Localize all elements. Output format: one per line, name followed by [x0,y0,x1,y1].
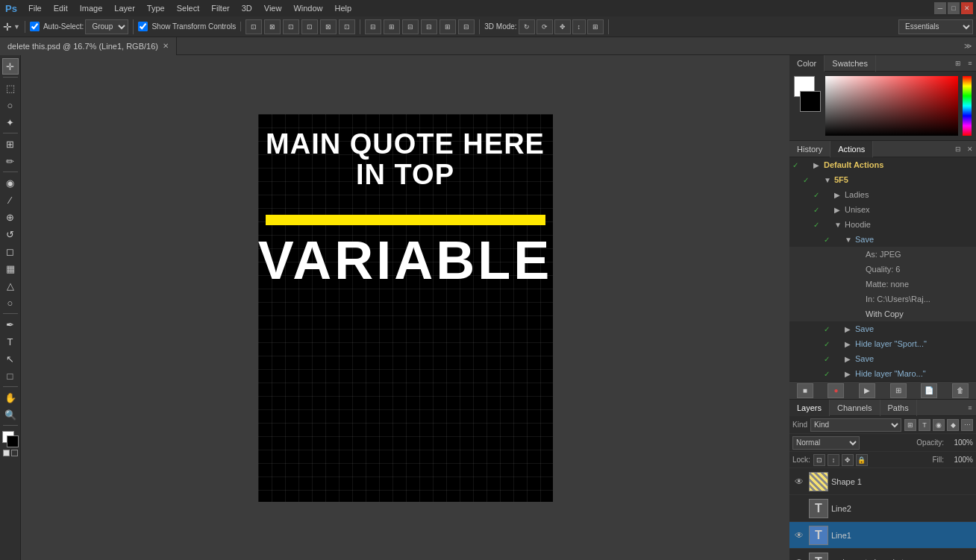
tab-panel-collapse[interactable]: ≫ [960,42,976,50]
action-expand[interactable]: ▶ [845,340,855,348]
dist-mid[interactable]: ⊞ [439,19,456,34]
dodge-tool[interactable]: ○ [2,295,19,311]
maximize-button[interactable]: □ [948,2,960,14]
clone-tool[interactable]: ⊕ [2,209,19,225]
rectangular-marquee-tool[interactable]: ⬚ [2,80,19,96]
lock-artboard-icon[interactable]: ✥ [842,454,854,466]
hand-tool[interactable]: ✋ [2,389,19,406]
action-expand[interactable]: ▶ [834,206,845,214]
background-color[interactable] [7,435,19,447]
eraser-tool[interactable]: ◻ [2,243,19,259]
layer-row-line2[interactable]: 👁 T Line2 [789,495,976,522]
blur-tool[interactable]: △ [2,277,19,294]
3d-scale[interactable]: ⊞ [587,19,604,34]
eyedropper-tool[interactable]: ✏ [2,153,19,169]
brush-tool[interactable]: ∕ [2,192,19,208]
action-expand[interactable]: ▶ [845,355,855,363]
gradient-tool[interactable]: ▦ [2,260,19,277]
3d-rotate[interactable]: ↻ [519,19,535,34]
hue-bar[interactable] [963,76,972,136]
new-set-button[interactable]: ⊞ [890,383,907,398]
stop-button[interactable]: ■ [797,383,813,398]
screen-mode-icon[interactable] [11,450,18,456]
action-row-hide-sport[interactable]: ✓ ▶ Hide layer "Sport..." [789,336,976,351]
align-top[interactable]: ⊡ [301,19,318,34]
tab-close-button[interactable]: ✕ [163,42,169,50]
color-gradient-picker[interactable] [825,76,958,136]
magic-wand-tool[interactable]: ✦ [2,114,19,130]
lock-position-icon[interactable]: ↕ [828,454,839,466]
tab-paths[interactable]: Paths [880,400,917,416]
align-left[interactable]: ⊡ [245,19,262,34]
action-row-save2[interactable]: ✓ ▶ Save [789,321,976,336]
align-bottom[interactable]: ⊡ [339,19,355,34]
layer-visibility-shape1[interactable]: 👁 [792,475,806,488]
layer-row-shape1[interactable]: 👁 Shape 1 [789,468,976,495]
action-row-hide-maro[interactable]: ✓ ▶ Hide layer "Maro..." [789,366,976,381]
history-brush-tool[interactable]: ↺ [2,226,19,242]
layers-panel-menu[interactable]: ≡ [964,400,976,416]
dist-top[interactable]: ⊟ [421,19,437,34]
essentials-dropdown[interactable]: Essentials [898,19,973,34]
menu-filter[interactable]: Filter [205,2,235,14]
layer-row-line1[interactable]: 👁 T Line1 [789,522,976,549]
action-expand[interactable]: ▼ [834,221,845,229]
show-transform-checkbox[interactable] [138,22,148,31]
auto-select-checkbox[interactable] [30,22,40,31]
spot-heal-tool[interactable]: ◉ [2,174,19,191]
align-right[interactable]: ⊡ [283,19,299,34]
menu-window[interactable]: Window [287,2,328,14]
action-expand[interactable]: ▶ [813,161,824,169]
menu-edit[interactable]: Edit [48,2,74,14]
filter-smart-icon[interactable]: ◆ [947,419,959,431]
auto-select-dropdown[interactable]: Group Layer [85,19,128,34]
align-center-v[interactable]: ⊠ [320,19,337,34]
dist-left[interactable]: ⊟ [365,19,381,34]
bg-color-square[interactable] [800,91,821,112]
action-expand[interactable]: ▼ [824,176,834,184]
action-row-hoodie[interactable]: ✓ ▼ Hoodie [789,217,976,232]
3d-pan[interactable]: ✥ [554,19,571,34]
menu-help[interactable]: Help [329,2,358,14]
path-select-tool[interactable]: ↖ [2,350,19,367]
dist-right[interactable]: ⊟ [402,19,419,34]
pen-tool[interactable]: ✒ [2,316,19,333]
new-action-button[interactable]: 📄 [921,383,937,398]
lock-all-icon[interactable]: 🔒 [856,454,868,466]
filter-text-icon[interactable]: T [919,419,930,431]
zoom-tool[interactable]: 🔍 [2,406,19,423]
shape-tool[interactable]: □ [2,368,19,384]
action-row-5f5[interactable]: ✓ ▼ 5F5 [789,172,976,187]
tab-swatches[interactable]: Swatches [825,55,876,72]
action-expand[interactable]: ▶ [845,370,855,378]
action-row-unisex[interactable]: ✓ ▶ Unisex [789,202,976,217]
blend-mode-dropdown[interactable]: Normal [792,436,860,450]
collapse-color-panel[interactable]: ⊞ [952,55,964,72]
color-panel-menu[interactable]: ≡ [964,55,976,72]
action-row-save3[interactable]: ✓ ▶ Save [789,351,976,366]
menu-view[interactable]: View [258,2,288,14]
3d-slide[interactable]: ↕ [572,19,586,34]
quick-mask-icon[interactable] [3,450,10,456]
lock-pixels-icon[interactable]: ⊡ [813,454,825,466]
play-button[interactable]: ▶ [859,383,875,398]
dist-bottom[interactable]: ⊟ [458,19,475,34]
text-tool[interactable]: T [2,333,19,350]
menu-select[interactable]: Select [171,2,206,14]
dist-center[interactable]: ⊞ [384,19,400,34]
action-row-ladies[interactable]: ✓ ▶ Ladies [789,187,976,202]
action-expand[interactable]: ▶ [845,325,855,333]
action-row-save1[interactable]: ✓ ▼ Save [789,232,976,247]
menu-layer[interactable]: Layer [108,2,141,14]
align-center-h[interactable]: ⊠ [264,19,281,34]
tab-channels[interactable]: Channels [830,400,880,416]
action-expand[interactable]: ▼ [845,236,855,244]
layer-visibility-main-quote[interactable]: 👁 [792,556,806,561]
actions-list[interactable]: ✓ ▶ Default Actions ✓ ▼ 5F5 ✓ ▶ L [789,157,976,381]
menu-file[interactable]: File [22,2,48,14]
tab-layers[interactable]: Layers [789,400,830,416]
menu-type[interactable]: Type [141,2,171,14]
layer-visibility-line1[interactable]: 👁 [792,529,806,542]
action-row-default[interactable]: ✓ ▶ Default Actions [789,157,976,172]
minimize-button[interactable]: ─ [934,2,946,14]
